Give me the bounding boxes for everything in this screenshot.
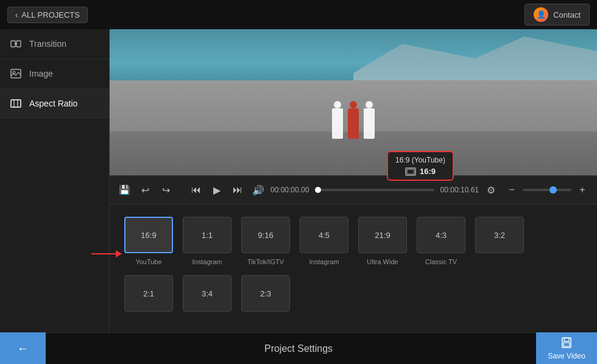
aspect-ratio-value-2-1: 2:1 (143, 289, 154, 298)
aspect-label-instagram-1: Instagram (193, 258, 222, 265)
aspect-item-2-3[interactable]: 2:3 (241, 275, 290, 312)
save-video-label: Save Video (548, 352, 585, 360)
aspect-ratio-label: Aspect Ratio (29, 99, 77, 108)
contact-avatar: 👤 (534, 7, 548, 22)
svg-point-5 (13, 71, 15, 74)
arrow-indicator (91, 250, 122, 257)
settings-button[interactable]: ⚙ (482, 181, 500, 198)
aspect-box-9-16[interactable]: 9:16 (241, 217, 290, 253)
figure-2 (348, 108, 359, 139)
aspect-box-16-9[interactable]: 16:9 (124, 217, 173, 253)
back-button[interactable]: ← (0, 332, 46, 364)
tooltip-ratio: 16:9 (420, 167, 436, 176)
video-preview (110, 29, 597, 175)
sidebar-item-aspect-ratio[interactable]: Aspect Ratio (0, 89, 109, 119)
aspect-item-4-5[interactable]: 4:5 Instagram (300, 217, 348, 265)
aspect-item-3-2[interactable]: 3:2 (475, 217, 524, 258)
sidebar: Transition Image Aspect Ratio (0, 29, 110, 364)
all-projects-label: ALL PROJECTS (21, 10, 80, 19)
tooltip-title: 16:9 (YouTube) (395, 156, 445, 164)
aspect-box-2-3[interactable]: 2:3 (241, 275, 290, 312)
aspect-item-1-1[interactable]: 1:1 Instagram (183, 217, 231, 265)
video-figures (332, 108, 375, 139)
red-arrow (91, 250, 122, 257)
aspect-ratio-value-4-5: 4:5 (319, 231, 330, 240)
top-bar: ‹ ALL PROJECTS 👤 Contact (0, 0, 597, 29)
zoom-slider[interactable] (523, 189, 571, 191)
transition-svg-icon (10, 38, 21, 49)
zoom-in-button[interactable]: + (574, 181, 591, 198)
svg-rect-1 (11, 41, 15, 47)
figure-1 (332, 108, 343, 139)
aspect-item-9-16[interactable]: 9:16 TikTok/IGTV (241, 217, 290, 265)
project-settings-label: Project Settings (264, 343, 333, 354)
aspect-box-3-4[interactable]: 3:4 (183, 275, 231, 312)
aspect-ratio-icon (406, 169, 415, 175)
svg-rect-6 (11, 100, 21, 107)
undo-button[interactable]: ↩ (136, 181, 154, 198)
contact-button[interactable]: 👤 Contact (525, 4, 590, 26)
save-video-icon (560, 337, 573, 351)
back-arrow-icon: ← (17, 341, 29, 355)
transition-icon (10, 38, 22, 50)
main-content: 16:9 YouTube 1:1 Instagram 9:16 TikTok/I… (110, 205, 597, 332)
play-button[interactable]: ▶ (208, 181, 225, 198)
zoom-out-button[interactable]: − (503, 181, 520, 198)
aspect-item-21-9[interactable]: 21:9 Ultra Wide (358, 217, 407, 265)
aspect-item-3-4[interactable]: 3:4 (183, 275, 231, 312)
figure-3 (364, 108, 375, 139)
contact-label: Contact (553, 10, 581, 19)
aspect-label-classictv: Classic TV (425, 258, 457, 265)
svg-rect-2 (16, 41, 21, 47)
aspect-item-16-9[interactable]: 16:9 YouTube (124, 217, 173, 265)
time-start: 00:00:00.00 (270, 186, 309, 194)
aspect-label-tiktok: TikTok/IGTV (247, 258, 284, 265)
aspect-ratio-icon (10, 97, 22, 110)
controls-bar: 💾 ↩ ↪ ⏮ ▶ ⏭ 🔊 00:00:00.00 00:00:10.61 ⚙ … (110, 175, 597, 205)
tooltip-icon (405, 167, 416, 176)
image-icon (10, 68, 22, 80)
aspect-ratio-value-16-9: 16:9 (141, 231, 156, 240)
aspect-label-instagram-2: Instagram (309, 258, 339, 265)
aspect-box-4-3[interactable]: 4:3 (417, 217, 465, 253)
aspect-ratio-value-3-2: 3:2 (494, 231, 505, 240)
aspect-ratio-svg-icon (10, 98, 21, 109)
svg-rect-11 (563, 343, 570, 346)
volume-button[interactable]: 🔊 (250, 181, 267, 198)
skip-forward-button[interactable]: ⏭ (229, 181, 246, 198)
aspect-box-3-2[interactable]: 3:2 (475, 217, 524, 253)
svg-rect-0 (407, 169, 414, 174)
svg-rect-10 (564, 338, 569, 341)
aspect-ratio-value-4-3: 4:3 (436, 231, 447, 240)
aspect-ratio-value-9-16: 9:16 (258, 231, 273, 240)
arrow-head (116, 250, 122, 257)
aspect-item-2-1[interactable]: 2:1 (124, 275, 173, 312)
aspect-item-4-3[interactable]: 4:3 Classic TV (417, 217, 465, 265)
skip-back-button[interactable]: ⏮ (188, 181, 205, 198)
aspect-box-1-1[interactable]: 1:1 (183, 217, 231, 253)
zoom-slider-container: − + (503, 181, 591, 198)
aspect-label-ultrawide: Ultra Wide (367, 258, 398, 265)
tooltip-ratio-row: 16:9 (405, 167, 436, 176)
video-frame (110, 29, 597, 175)
aspect-box-2-1[interactable]: 2:1 (124, 275, 173, 312)
save-icon-svg (560, 337, 573, 349)
aspect-box-21-9[interactable]: 21:9 (358, 217, 407, 253)
aspect-label-youtube: YouTube (135, 258, 161, 265)
all-projects-button[interactable]: ‹ ALL PROJECTS (7, 7, 88, 23)
sidebar-item-transition[interactable]: Transition (0, 29, 109, 59)
zoom-thumb (549, 186, 557, 194)
timeline-playhead (315, 187, 321, 193)
timeline-track[interactable] (315, 189, 434, 191)
time-end: 00:00:10.61 (440, 186, 479, 194)
sidebar-item-image[interactable]: Image (0, 59, 109, 89)
aspect-box-4-5[interactable]: 4:5 (300, 217, 348, 253)
aspect-ratio-value-3-4: 3:4 (202, 289, 213, 298)
save-icon-btn[interactable]: 💾 (116, 181, 133, 198)
save-video-button[interactable]: Save Video (536, 332, 597, 364)
bottom-bar: Project Settings (0, 332, 597, 364)
aspect-ratio-value-2-3: 2:3 (260, 289, 271, 298)
image-svg-icon (10, 68, 21, 79)
redo-button[interactable]: ↪ (157, 181, 174, 198)
aspect-ratio-value-21-9: 21:9 (375, 231, 390, 240)
